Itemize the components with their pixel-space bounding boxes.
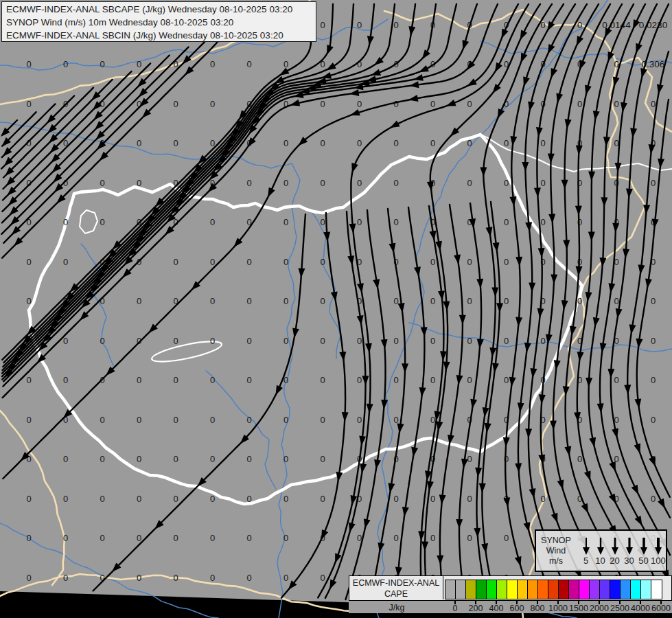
wind-speed-label: 100	[651, 556, 665, 566]
cape-color-cell	[518, 580, 528, 599]
cape-grid-value: 0	[173, 454, 178, 464]
cape-tick-label: 2000	[590, 604, 609, 613]
cape-grid-value: 0	[430, 257, 435, 267]
wind-arrow-icon	[579, 536, 593, 556]
cape-grid-value: 0	[283, 454, 288, 464]
cape-grid-value: 0	[137, 494, 141, 504]
cape-grid-value: 0	[320, 494, 325, 504]
wind-legend-labels: SYNOP Wind m/s	[536, 536, 576, 566]
cape-grid-value: 0	[100, 494, 104, 504]
map-canvas: 0000000000000000000000000000000000000000…	[0, 0, 672, 618]
cape-grid-value: 0	[577, 20, 582, 30]
cape-grid-value: 0	[393, 533, 398, 543]
cape-grid-value: 0	[393, 375, 398, 385]
cape-grid-value: 0	[467, 138, 472, 148]
title-line-sbcin: ECMWF-INDEX-ANAL SBCIN (J/kg) Wednesday …	[6, 29, 312, 42]
cape-grid-value: 0	[467, 257, 472, 267]
cape-grid-value: 0	[137, 375, 141, 385]
cape-grid-value: 0	[63, 454, 68, 464]
cape-grid-value: 0	[210, 454, 215, 464]
cape-grid-value: 0	[651, 99, 656, 109]
cape-legend: ECMWF-INDEX-ANAL CAPE J/kg 0200400600800…	[349, 575, 672, 613]
cape-tick-label: 800	[531, 604, 545, 613]
cape-grid-value: 0	[173, 494, 178, 504]
cape-grid-value: 0	[393, 178, 398, 188]
cape-grid-value: 0	[26, 296, 31, 306]
cape-grid-value: 0	[393, 336, 398, 346]
cape-grid-value: 0	[357, 415, 362, 425]
title-line-wind: SYNOP Wind (m/s) 10m Wednesday 08-10-202…	[6, 16, 312, 29]
wind-legend-subtitle: Wind	[536, 546, 576, 556]
cape-color-cell	[476, 580, 487, 599]
wind-legend-title: SYNOP	[536, 536, 576, 546]
cape-grid-value: 0	[393, 494, 398, 504]
cape-grid-value: 0	[320, 257, 325, 267]
cape-grid-value: 0	[393, 217, 398, 227]
cape-grid-value: 0	[246, 375, 251, 385]
cape-grid-value: 0	[430, 415, 435, 425]
cape-grid-value: 0	[26, 99, 31, 109]
cape-grid-value: 0	[467, 375, 472, 385]
cape-grid-value: 0	[173, 415, 178, 425]
cape-color-cell	[497, 580, 507, 599]
cape-grid-value: 0	[430, 533, 435, 543]
point-value-label: 0.0230	[639, 20, 667, 30]
cape-grid-value: 0	[651, 296, 656, 306]
cape-grid-value: 0	[173, 573, 178, 583]
cape-grid-value: 0	[357, 99, 362, 109]
cape-grid-value: 0	[210, 494, 215, 504]
wind-legend-entry: 20	[607, 536, 622, 566]
cape-grid-value: 0	[210, 59, 215, 69]
cape-grid-value: 0	[320, 336, 325, 346]
cape-grid-value: 0	[467, 336, 472, 346]
cape-grid-value: 0	[614, 375, 618, 385]
cape-grid-value: 0	[283, 415, 288, 425]
cape-grid-value: 0	[504, 336, 509, 346]
wind-legend-units: m/s	[536, 556, 576, 566]
cape-grid-value: 0	[504, 257, 509, 267]
cape-grid-value: 0	[357, 178, 362, 188]
cape-grid-value: 0	[210, 336, 215, 346]
cape-grid-value: 0	[210, 99, 215, 109]
cape-grid-value: 0	[283, 178, 288, 188]
cape-grid-value: 0	[540, 336, 545, 346]
cape-grid-value: 0	[173, 99, 178, 109]
cape-tick-label: 1500	[569, 604, 588, 613]
cape-grid-value: 0	[320, 375, 325, 385]
cape-grid-value: 0	[100, 533, 104, 543]
cape-grid-value: 0	[246, 336, 251, 346]
cape-legend-parameter: CAPE	[349, 588, 443, 599]
cape-grid-value: 0	[467, 296, 472, 306]
cape-grid-value: 0	[283, 336, 288, 346]
cape-grid-value: 0	[651, 178, 656, 188]
cape-grid-value: 0	[137, 573, 141, 583]
cape-grid-value: 0	[504, 138, 509, 148]
cape-grid-value: 0	[173, 336, 178, 346]
cape-color-cell	[487, 580, 497, 599]
cape-grid-value: 0	[63, 573, 68, 583]
cape-grid-value: 0	[137, 415, 141, 425]
cape-grid-value: 0	[393, 138, 398, 148]
cape-grid-value: 0	[246, 533, 251, 543]
cape-grid-value: 0	[210, 217, 215, 227]
cape-color-cell	[641, 580, 651, 599]
cape-tick-label: 600	[510, 604, 524, 613]
wind-arrow-icon	[608, 536, 622, 556]
cape-grid-value: 0	[651, 494, 656, 504]
cape-grid-value: 0	[577, 296, 582, 306]
cape-grid-value: 0	[320, 99, 325, 109]
cape-grid-value: 0	[357, 20, 362, 30]
cape-grid-value: 0	[63, 217, 68, 227]
cape-grid-value: 0	[246, 454, 251, 464]
wind-speed-label: 30	[622, 556, 636, 566]
cape-grid-value: 0	[283, 257, 288, 267]
cape-color-cell	[610, 580, 621, 599]
cape-grid-value: 0	[320, 178, 325, 188]
cape-grid-value: 0	[283, 573, 288, 583]
cape-grid-value: 0	[393, 415, 398, 425]
cape-grid-value: 0	[173, 257, 178, 267]
wind-arrow-icon	[594, 536, 607, 556]
cape-tick-label: 200	[469, 604, 483, 613]
cape-grid-value: 0	[540, 494, 545, 504]
weather-map: 0000000000000000000000000000000000000000…	[0, 0, 672, 618]
